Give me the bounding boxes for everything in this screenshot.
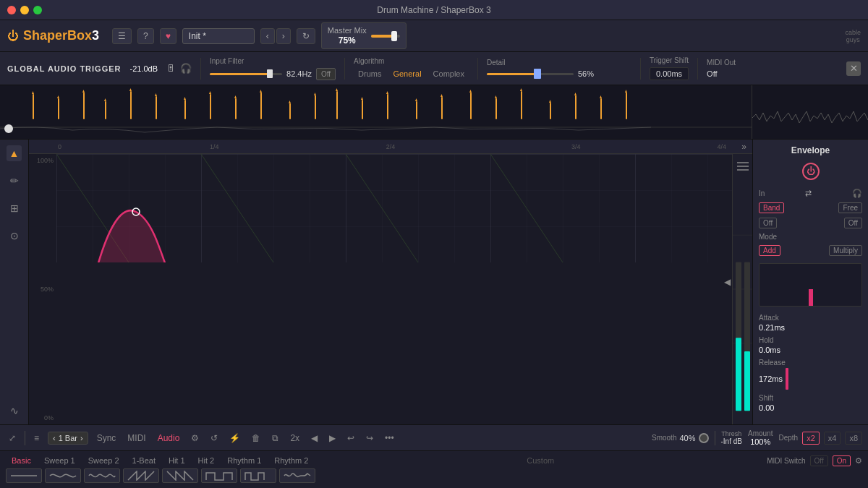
midi-switch-off-button[interactable]: Off <box>810 455 828 466</box>
preset-tab-sweep1[interactable]: Sweep 1 <box>38 454 81 467</box>
preset-tab-hit1[interactable]: Hit 1 <box>163 454 191 467</box>
preset-selector[interactable]: Init * <box>182 28 255 44</box>
envelope-power-button[interactable]: ⏻ <box>802 163 820 180</box>
preset-shape-sine[interactable] <box>45 468 81 483</box>
input-filter-off-button[interactable]: Off <box>316 68 336 80</box>
preset-tab-basic[interactable]: Basic <box>6 454 37 467</box>
depth-label: Depth <box>778 434 798 442</box>
detail-slider[interactable] <box>487 73 574 75</box>
settings-icon[interactable]: ⚙ <box>188 431 202 445</box>
master-mix-slider[interactable] <box>371 35 400 38</box>
sync-label[interactable]: Sync <box>94 431 119 445</box>
envelope-title: Envelope <box>759 145 862 155</box>
window-title: Drum Machine / ShaperBox 3 <box>377 5 490 15</box>
bar-select[interactable]: ‹ 1 Bar › <box>48 432 88 445</box>
svg-rect-44 <box>575 95 576 119</box>
midi-switch-on-button[interactable]: On <box>833 455 851 466</box>
midi-label[interactable]: MIDI <box>124 431 148 445</box>
minimize-dot[interactable] <box>20 6 29 14</box>
multiplier-label[interactable]: 2x <box>287 431 302 445</box>
input-filter-slider[interactable] <box>210 73 282 75</box>
copy-icon[interactable]: ⧉ <box>269 431 281 445</box>
refresh-button[interactable]: ↻ <box>297 28 315 44</box>
input-icon[interactable]: 🎚 <box>166 63 176 74</box>
pen-tool[interactable]: ✏ <box>7 173 22 189</box>
menu-button[interactable]: ☰ <box>112 28 132 44</box>
depth-x2-button[interactable]: x2 <box>802 432 820 445</box>
link-tool[interactable]: ∿ <box>7 403 22 419</box>
amount-label: Amount <box>748 429 773 437</box>
envelope-release-label: Release <box>759 359 862 367</box>
preset-prev-button[interactable]: ‹ <box>260 28 275 44</box>
preset-next-button[interactable]: › <box>276 28 291 44</box>
algo-drums-button[interactable]: Drums <box>354 68 386 80</box>
node-tool[interactable]: ⊙ <box>7 228 22 244</box>
preset-tab-sweep2[interactable]: Sweep 2 <box>82 454 125 467</box>
preset-tab-rhythm2[interactable]: Rhythm 2 <box>268 454 314 467</box>
envelope-multiply-button[interactable]: Multiply <box>829 245 862 256</box>
envelope-off2-button[interactable]: Off <box>844 218 862 228</box>
envelope-hold-value: 0.0ms <box>759 346 862 354</box>
envelope-free-button[interactable]: Free <box>838 202 862 213</box>
grid-tool[interactable]: ⊞ <box>7 200 22 216</box>
loop-icon[interactable]: ↺ <box>208 431 221 445</box>
settings-icon-midi[interactable]: ⚙ <box>855 456 862 466</box>
envelope-off-row: Off Off <box>759 218 862 228</box>
preset-tab-rhythm1[interactable]: Rhythm 1 <box>221 454 267 467</box>
preset-shape-inverse-saw[interactable] <box>162 468 198 483</box>
amount-value: 100% <box>750 437 770 446</box>
more-button[interactable]: ••• <box>382 431 397 445</box>
smooth-knob[interactable] <box>699 433 709 443</box>
close-dot[interactable] <box>7 6 16 14</box>
envelope-headphone-icon[interactable]: 🎧 <box>852 189 862 198</box>
audio-label[interactable]: Audio <box>155 431 183 445</box>
preset-shape-flat[interactable] <box>6 468 42 483</box>
power-icon[interactable]: ⏻ <box>7 30 19 43</box>
triplet-icon[interactable]: ⚡ <box>226 431 243 445</box>
algo-complex-button[interactable]: Complex <box>429 68 469 80</box>
trigger-shift-value: 0.00ms <box>650 67 689 80</box>
close-trigger-button[interactable]: ✕ <box>846 61 861 76</box>
play-button[interactable]: ▶ <box>326 431 339 445</box>
undo-button[interactable]: ↩ <box>344 431 357 445</box>
detail-value: 56% <box>578 69 594 78</box>
redo-button[interactable]: ↪ <box>363 431 376 445</box>
fullscreen-button[interactable]: ⤢ <box>6 431 19 445</box>
list-view-button[interactable]: ≡ <box>31 431 42 445</box>
favorite-button[interactable]: ♥ <box>160 28 176 44</box>
depth-x8-button[interactable]: x8 <box>845 432 862 445</box>
select-tool[interactable]: ▲ <box>7 145 22 161</box>
curve-header: 0 1/4 2/4 3/4 4/4 » <box>29 140 752 154</box>
preset-nav: ‹ › <box>260 28 291 44</box>
maximize-dot[interactable] <box>33 6 42 14</box>
preset-tab-hit2[interactable]: Hit 2 <box>192 454 221 467</box>
algo-general-button[interactable]: General <box>388 68 425 80</box>
envelope-release-slider[interactable] <box>786 368 788 390</box>
preset-shape-sawtooth[interactable] <box>123 468 159 483</box>
bar-prev[interactable]: ‹ <box>53 434 56 442</box>
envelope-routing-icon[interactable]: ⇄ <box>805 189 812 198</box>
y-label-50: 50% <box>32 286 54 293</box>
envelope-band-button[interactable]: Band <box>759 202 784 213</box>
master-mix-fill <box>371 35 393 38</box>
expand-button[interactable]: » <box>741 142 746 152</box>
delete-icon[interactable]: 🗑 <box>249 431 263 445</box>
depth-x4-button[interactable]: x4 <box>824 432 841 445</box>
master-mix-label: Master Mix <box>328 26 367 35</box>
envelope-add-button[interactable]: Add <box>759 245 780 256</box>
play-back-button[interactable]: ◀ <box>308 431 320 445</box>
preset-shape-double-sine[interactable] <box>84 468 120 483</box>
preset-tab-1beat[interactable]: 1-Beat <box>127 454 161 467</box>
headphone-icon[interactable]: 🎧 <box>180 63 192 74</box>
preset-shape-pulse[interactable] <box>240 468 276 483</box>
side-arrow-button[interactable]: ◀ <box>724 277 731 287</box>
curve-svg[interactable] <box>56 154 732 262</box>
help-button[interactable]: ? <box>137 28 154 44</box>
envelope-off1-button[interactable]: Off <box>759 218 777 228</box>
bar-next[interactable]: › <box>80 434 83 442</box>
svg-rect-28 <box>362 100 363 119</box>
toolbar-separator2 <box>715 431 715 445</box>
preset-shape-square[interactable] <box>201 468 237 483</box>
main-content: ▲ ✏ ⊞ ⊙ ∿ 0 1/4 2/4 3/4 4/4 » 100% 50% 0… <box>0 140 868 424</box>
preset-shape-complex[interactable] <box>279 468 315 483</box>
